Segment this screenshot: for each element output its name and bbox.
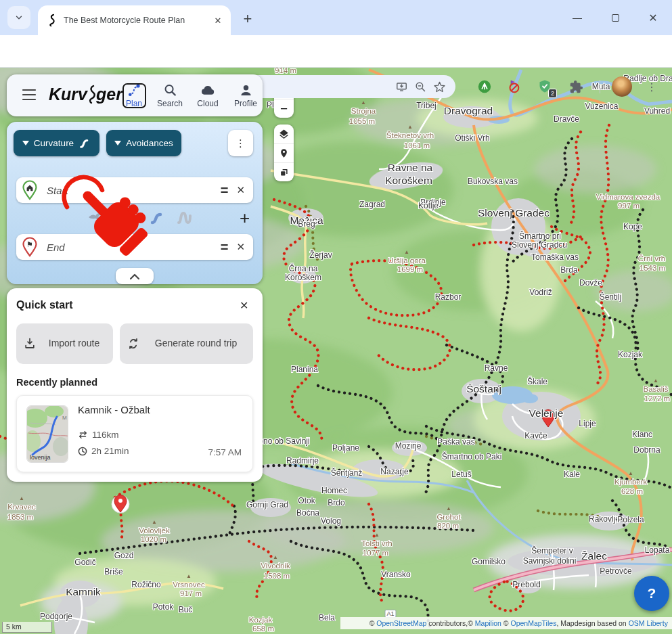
nav-label: Profile <box>234 99 257 108</box>
nav-tab-search[interactable]: Search <box>151 83 189 108</box>
layer-control-group <box>274 124 294 181</box>
curvy-mode-icon[interactable] <box>149 210 165 229</box>
profile-avatar[interactable] <box>612 76 632 97</box>
route-menu-button[interactable]: ⋮ <box>228 130 253 156</box>
map-attribution: © OpenStreetMap contributors,© Mapilion … <box>340 617 672 629</box>
attribution-text: , Mapdesign based on <box>556 619 628 627</box>
install-icon <box>395 81 408 93</box>
maximize-button[interactable] <box>596 0 634 35</box>
start-pin-icon <box>21 180 39 200</box>
browser-toolbar: kurviger.com/en/plan 2 ⋮ <box>0 35 672 68</box>
recent-route-time: 7:57 AM <box>208 447 242 457</box>
help-button[interactable]: ? <box>634 576 669 611</box>
attribution-link[interactable]: OSM Liberty <box>629 619 668 627</box>
map-marker-secondary[interactable] <box>112 495 129 514</box>
profile-icon <box>238 83 254 98</box>
chevron-up-icon <box>130 273 139 279</box>
nav-label: Plan <box>126 99 142 108</box>
nav-tab-profile[interactable]: Profile <box>227 83 265 108</box>
attribution-link[interactable]: OpenMapTiles <box>510 619 556 627</box>
routing-mode-row: + <box>16 206 253 233</box>
extension-green-circle[interactable] <box>476 78 493 95</box>
route-thumbnail: lovenija M <box>26 405 68 463</box>
hamburger-icon <box>22 89 37 101</box>
curvature-label: Curvature <box>34 138 74 148</box>
nav-tab-plan[interactable]: Plan <box>115 83 153 108</box>
import-route-button[interactable]: Import route <box>16 323 113 364</box>
star-icon <box>433 81 446 93</box>
map-attribution-text: © OpenStreetMap contributors,© Mapilion … <box>369 619 668 627</box>
recently-planned-heading: Recently planned <box>16 377 97 388</box>
recent-route-distance-row: 116km <box>78 430 119 440</box>
start-remove-button[interactable]: ✕ <box>233 184 253 196</box>
chevron-down-icon <box>14 13 24 22</box>
quick-start-panel: Quick start ✕ Import route Generate roun… <box>7 288 263 482</box>
extensions-button[interactable] <box>567 78 585 95</box>
map-style-button[interactable] <box>274 162 294 181</box>
curvature-button[interactable]: Curvature <box>14 130 99 156</box>
attribution-text: contributors,© <box>426 619 474 627</box>
caret-down-icon <box>114 141 121 145</box>
tab-title: The Best Motorcycle Route Plan <box>64 16 212 25</box>
puzzle-icon <box>569 80 583 94</box>
menu-button[interactable] <box>22 89 37 104</box>
quick-start-close-button[interactable]: ✕ <box>236 298 252 313</box>
nav-tab-cloud[interactable]: Cloud <box>189 83 227 108</box>
avoidances-label: Avoidances <box>126 138 173 148</box>
attribution-link[interactable]: OpenStreetMap <box>376 619 426 627</box>
end-remove-button[interactable]: ✕ <box>233 241 253 253</box>
kurviger-favicon <box>47 14 58 27</box>
import-icon <box>23 337 37 350</box>
end-input[interactable]: End <box>47 242 215 253</box>
map-scale-label: 5 km <box>6 622 22 631</box>
map-scale: 5 km <box>2 622 52 633</box>
generate-round-trip-button[interactable]: Generate round trip <box>120 323 253 364</box>
zoom-out-button[interactable]: − <box>274 99 294 118</box>
minimize-button[interactable]: — <box>558 0 596 35</box>
recent-route-duration: 2h 21min <box>91 446 129 456</box>
window-controls: — ✕ <box>558 0 672 35</box>
logo-text-left: Kurv <box>49 85 87 104</box>
toolbar-separator <box>600 80 600 93</box>
close-button[interactable]: ✕ <box>634 0 672 35</box>
extension-shield[interactable]: 2 <box>536 78 554 95</box>
svg-text:⚑: ⚑ <box>26 240 33 248</box>
beeline-mode-icon[interactable] <box>87 210 104 226</box>
tab-close-button[interactable]: ✕ <box>212 14 224 26</box>
bookmark-button[interactable] <box>430 77 449 96</box>
collapse-panel-button[interactable] <box>116 268 154 284</box>
app-header-panel: Kurvger Plan Search Cloud Profile <box>7 74 263 116</box>
attribution-text: © <box>501 619 511 627</box>
browser-menu-button[interactable]: ⋮ <box>643 78 660 95</box>
nav-label: Search <box>157 99 183 108</box>
quick-start-title: Quick start <box>16 299 73 311</box>
end-drag-handle[interactable]: = <box>215 240 234 255</box>
tab-search-button[interactable] <box>7 6 30 29</box>
browser-window: DravogradSlovenj GradecVelenjeŠoštanjKam… <box>0 0 672 634</box>
blocker-flag-icon <box>506 79 521 94</box>
zoom-out-magnifier-icon <box>414 81 427 93</box>
avoidances-button[interactable]: Avoidances <box>106 130 181 156</box>
install-button[interactable] <box>392 77 411 96</box>
poi-button[interactable] <box>274 143 294 162</box>
start-waypoint-row: Start = ✕ <box>16 177 253 203</box>
caret-down-icon <box>22 141 29 145</box>
recent-route-card[interactable]: lovenija M Kamnik - Ožbalt 116km 2h 21mi… <box>16 395 253 472</box>
end-pin-icon: ⚑ <box>21 237 39 257</box>
extension-green-circle-icon <box>477 79 492 94</box>
extra-curvy-mode-icon[interactable] <box>176 210 194 229</box>
start-input[interactable]: Start <box>47 185 215 196</box>
extension-blocker[interactable] <box>505 78 522 95</box>
browser-tab[interactable]: The Best Motorcycle Route Plan ✕ <box>38 5 231 35</box>
search-icon <box>162 83 178 98</box>
zoom-level-button[interactable] <box>411 77 430 96</box>
start-drag-handle[interactable]: = <box>215 183 234 198</box>
attribution-link[interactable]: Mapilion <box>475 619 501 627</box>
add-waypoint-button[interactable]: + <box>240 206 250 230</box>
layers-button[interactable] <box>274 124 294 143</box>
import-route-label: Import route <box>42 338 106 350</box>
app-logo[interactable]: Kurvger <box>49 84 122 104</box>
new-tab-button[interactable]: + <box>238 9 257 28</box>
attribution-text: © <box>369 619 377 627</box>
thumbnail-label-2: M <box>62 415 67 421</box>
